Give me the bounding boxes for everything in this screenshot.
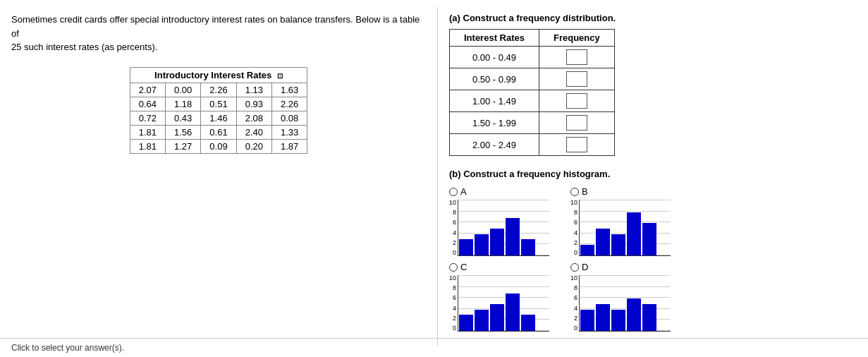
data-cell: 2.40 [236,125,271,139]
freq-cell[interactable] [539,90,614,112]
y-label-10: 10 [449,275,456,282]
bar-C-3 [506,294,520,331]
data-table-row: 1.811.560.612.401.33 [130,125,307,139]
y-label-0: 0 [574,250,577,256]
option-text-C: C [460,262,467,272]
bar-A-1 [475,234,489,255]
option-text-A: A [460,186,467,197]
chart-wrapper-B: 0246810 [570,200,671,256]
bar-D-0 [580,310,594,331]
histogram-option-B[interactable]: B0246810 [570,186,671,256]
y-label-8: 8 [453,210,456,216]
data-table-row: 2.070.002.261.131.63 [130,83,307,97]
radio-D[interactable] [570,263,579,272]
freq-table-row: 2.00 - 2.49 [450,134,615,156]
freq-input-1[interactable] [566,71,587,87]
bar-C-0 [459,315,473,331]
bar-B-0 [580,245,594,255]
option-label-A[interactable]: A [449,186,467,197]
y-axis-C: 0246810 [449,275,456,332]
bar-B-1 [596,229,610,255]
freq-table-row: 1.00 - 1.49 [450,90,615,112]
radio-B[interactable] [570,188,579,196]
data-cell: 1.27 [166,139,201,153]
radio-C[interactable] [449,263,458,272]
data-cell: 0.61 [201,125,236,139]
data-cell: 0.09 [201,139,236,153]
bar-D-1 [596,304,610,331]
radio-A[interactable] [449,188,458,196]
part-a: (a) Construct a frequency distribution. … [449,13,857,156]
data-cell: 2.07 [130,83,165,97]
chart-wrapper-D: 0246810 [570,275,671,332]
data-cell: 2.26 [201,83,236,97]
col-header-rates: Interest Rates [450,30,539,47]
bar-A-2 [490,229,504,255]
y-label-8: 8 [574,285,577,291]
y-axis-D: 0246810 [570,275,577,332]
freq-cell[interactable] [539,47,614,68]
y-label-0: 0 [453,325,456,332]
y-label-8: 8 [574,210,577,216]
footer: Click to select your answer(s). [0,338,868,357]
bar-C-4 [521,315,535,331]
option-text-B: B [582,186,588,197]
y-label-2: 2 [453,315,456,322]
option-label-C[interactable]: C [449,262,467,272]
freq-input-3[interactable] [566,115,587,131]
rate-range: 2.00 - 2.49 [450,134,539,156]
y-label-2: 2 [574,315,577,322]
freq-table-row: 1.50 - 1.99 [450,112,615,134]
data-cell: 0.72 [130,111,165,125]
data-cell: 2.26 [271,97,307,111]
y-label-2: 2 [574,240,577,246]
chart-A [458,200,549,256]
option-label-D[interactable]: D [570,262,588,272]
freq-cell[interactable] [539,68,614,90]
data-cell: 0.00 [166,83,201,97]
data-cell: 1.87 [271,139,307,153]
y-label-4: 4 [453,230,456,236]
data-table-row: 0.641.180.510.932.26 [130,97,307,111]
data-cell: 1.18 [166,97,201,111]
histogram-option-A[interactable]: A0246810 [449,186,549,256]
histogram-row-bottom: C0246810D0246810 [449,262,857,332]
y-label-6: 6 [574,295,577,301]
y-label-4: 4 [574,230,577,236]
y-label-10: 10 [570,275,577,282]
bar-A-0 [459,239,473,255]
rate-range: 0.00 - 0.49 [450,47,539,68]
data-cell: 0.64 [130,97,165,111]
y-axis-A: 0246810 [449,200,456,256]
histogram-option-C[interactable]: C0246810 [449,262,549,332]
y-label-4: 4 [453,305,456,312]
data-cell: 1.33 [271,125,307,139]
data-cell: 0.20 [236,139,271,153]
freq-table-row: 0.50 - 0.99 [450,68,615,90]
rate-range: 1.50 - 1.99 [450,112,539,134]
bar-B-3 [627,212,641,255]
bar-C-2 [490,304,504,331]
data-cell: 1.81 [130,125,165,139]
intro-line2: 25 such interest rates (as percents). [11,42,157,52]
freq-input-2[interactable] [566,93,587,109]
option-label-B[interactable]: B [570,186,588,197]
y-label-10: 10 [449,200,456,206]
right-panel: (a) Construct a frequency distribution. … [437,7,868,346]
data-cell: 0.43 [166,111,201,125]
y-label-10: 10 [570,200,577,206]
histogram-row-top: A0246810B0246810 [449,186,857,256]
freq-cell[interactable] [539,134,614,156]
freq-cell[interactable] [539,112,614,134]
bar-D-4 [642,304,656,331]
freq-input-0[interactable] [566,49,587,65]
bar-C-1 [475,310,489,331]
data-cell: 0.08 [271,111,307,125]
bar-B-4 [642,223,656,255]
histogram-option-D[interactable]: D0246810 [570,262,671,332]
y-label-0: 0 [453,250,456,256]
y-label-6: 6 [574,219,577,226]
freq-input-4[interactable] [566,137,587,152]
chart-C [458,275,549,332]
data-table: Introductory Interest Rates ⊡ 2.070.002.… [130,67,308,154]
